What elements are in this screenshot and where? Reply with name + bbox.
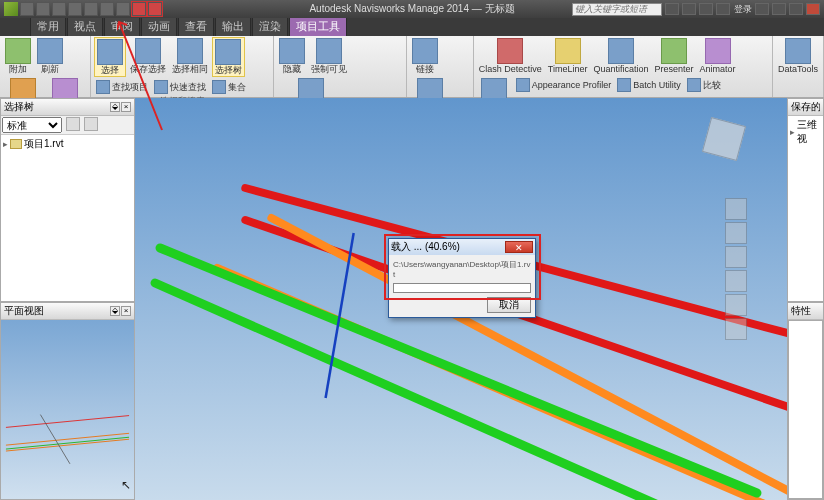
ribbon-btn-Appearance Profiler[interactable]: Appearance Profiler <box>514 77 614 93</box>
qat-print-icon[interactable] <box>68 2 82 16</box>
right-column: 保存的视点 三维视 特性 <box>787 98 824 500</box>
tab-输出[interactable]: 输出 <box>215 16 251 36</box>
wheel-icon[interactable] <box>725 198 747 220</box>
pin-icon[interactable]: ⬙ <box>110 102 120 112</box>
exchange-icon[interactable] <box>699 3 713 15</box>
tab-渲染[interactable]: 渲染 <box>252 16 288 36</box>
ribbon-btn-集合[interactable]: 集合 <box>210 79 248 95</box>
ribbon-btn-选择相同[interactable]: 选择相同 <box>170 37 210 75</box>
ribbon-btn-Animator[interactable]: Animator <box>698 37 738 75</box>
tab-常用[interactable]: 常用 <box>30 16 66 36</box>
ribbon-btn-label: DataTools <box>778 64 818 74</box>
ribbon-btn-label: 选择 <box>101 65 119 75</box>
Batch Utility-icon <box>617 78 631 92</box>
maximize-icon[interactable] <box>789 3 803 15</box>
ribbon-btn-Presenter[interactable]: Presenter <box>652 37 695 75</box>
orbit-icon[interactable] <box>725 270 747 292</box>
ribbon-btn-隐藏[interactable]: 隐藏 <box>277 37 307 75</box>
qat-save-icon[interactable] <box>52 2 66 16</box>
zoom-icon[interactable] <box>725 246 747 268</box>
Animator-icon <box>705 38 731 64</box>
ribbon-btn-快速查找[interactable]: 快速查找 <box>152 79 208 95</box>
ribbon-btn-label: 强制可见 <box>311 64 347 74</box>
ribbon-btn-label: 选择树 <box>215 65 242 75</box>
sub-icon[interactable] <box>682 3 696 15</box>
ribbon-btn-label: 快速查找 <box>170 82 206 92</box>
ribbon-btn-附加[interactable]: 附加 <box>3 37 33 75</box>
ribbon-btn-保存选择[interactable]: 保存选择 <box>128 37 168 75</box>
pin-icon[interactable]: ⬙ <box>110 306 120 316</box>
ribbon-btn-查找项目[interactable]: 查找项目 <box>94 79 150 95</box>
help-search-input[interactable] <box>572 3 662 16</box>
隐藏-icon <box>279 38 305 64</box>
cancel-button[interactable]: 取消 <box>487 297 531 313</box>
ribbon-btn-刷新[interactable]: 刷新 <box>35 37 65 75</box>
选择-icon <box>97 39 123 65</box>
tab-视点[interactable]: 视点 <box>67 16 103 36</box>
查找项目-icon <box>96 80 110 94</box>
selection-tree-panel: 选择树 ⬙× 标准 项目1.rvt <box>0 98 135 302</box>
minimize-icon[interactable] <box>772 3 786 15</box>
ribbon-btn-Clash Detective[interactable]: Clash Detective <box>477 37 544 75</box>
plan-view-canvas[interactable] <box>1 320 134 499</box>
close-icon[interactable] <box>806 3 820 15</box>
选择树-icon <box>215 39 241 65</box>
ribbon-btn-label: TimeLiner <box>548 64 588 74</box>
tree-item[interactable]: 项目1.rvt <box>3 137 132 151</box>
ribbon-btn-选择树[interactable]: 选择树 <box>212 37 245 77</box>
ribbon-btn-Quantification[interactable]: Quantification <box>591 37 650 75</box>
tree-tool-icon[interactable] <box>66 117 80 131</box>
qat-new-icon[interactable] <box>20 2 34 16</box>
dialog-close-icon[interactable]: ✕ <box>505 241 533 253</box>
navigation-bar <box>725 198 747 340</box>
tree-tool2-icon[interactable] <box>84 117 98 131</box>
qat-highlighted2-icon[interactable] <box>148 2 162 16</box>
qat-redo-icon[interactable] <box>116 2 130 16</box>
tab-审阅[interactable]: 审阅 <box>104 16 140 36</box>
walk-icon[interactable] <box>725 318 747 340</box>
selection-tree-mode-select[interactable]: 标准 <box>2 117 62 133</box>
look-icon[interactable] <box>725 294 747 316</box>
ribbon-btn-label: 刷新 <box>41 64 59 74</box>
quick-access-toolbar <box>0 2 166 16</box>
tab-项目工具[interactable]: 项目工具 <box>289 16 347 36</box>
ribbon-btn-TimeLiner[interactable]: TimeLiner <box>546 37 590 75</box>
tab-动画[interactable]: 动画 <box>141 16 177 36</box>
selection-tree-title: 选择树 <box>4 100 34 114</box>
ribbon-btn-比较[interactable]: 比较 <box>685 77 723 93</box>
Quantification-icon <box>608 38 634 64</box>
search-icon[interactable] <box>665 3 679 15</box>
svg-line-0 <box>6 415 129 427</box>
properties-panel: 特性 <box>787 302 824 500</box>
svg-line-3 <box>6 439 129 451</box>
qat-open-icon[interactable] <box>36 2 50 16</box>
app-logo-icon[interactable] <box>4 2 18 16</box>
ribbon-btn-选择[interactable]: 选择 <box>94 37 126 77</box>
qat-undo-icon[interactable] <box>100 2 114 16</box>
file-icon <box>10 139 22 149</box>
ribbon-btn-强制可见[interactable]: 强制可见 <box>309 37 349 75</box>
help-icon[interactable] <box>755 3 769 15</box>
ribbon-btn-label: 比较 <box>703 80 721 90</box>
favorite-icon[interactable] <box>716 3 730 15</box>
left-column: 选择树 ⬙× 标准 项目1.rvt 平面视图 ⬙× <box>0 98 135 500</box>
qat-refresh-icon[interactable] <box>84 2 98 16</box>
panel-close-icon[interactable]: × <box>121 306 131 316</box>
pan-icon[interactable] <box>725 222 747 244</box>
viewpoint-label: 三维视 <box>797 118 821 146</box>
ribbon-btn-label: 集合 <box>228 82 246 92</box>
panel-close-icon[interactable]: × <box>121 102 131 112</box>
tab-查看[interactable]: 查看 <box>178 16 214 36</box>
链接-icon <box>412 38 438 64</box>
ribbon-btn-label: Quantification <box>593 64 648 74</box>
ribbon-btn-DataTools[interactable]: DataTools <box>776 37 820 75</box>
Presenter-icon <box>661 38 687 64</box>
login-label[interactable]: 登录 <box>734 3 752 16</box>
viewpoint-item[interactable]: 三维视 <box>790 118 821 146</box>
ribbon-btn-Batch Utility[interactable]: Batch Utility <box>615 77 683 93</box>
ribbon-btn-链接[interactable]: 链接 <box>410 37 440 75</box>
ribbon-group-misc: DataTools <box>773 36 824 97</box>
title-right: 登录 <box>572 3 820 16</box>
properties-title: 特性 <box>791 304 811 318</box>
qat-highlighted-icon[interactable] <box>132 2 146 16</box>
